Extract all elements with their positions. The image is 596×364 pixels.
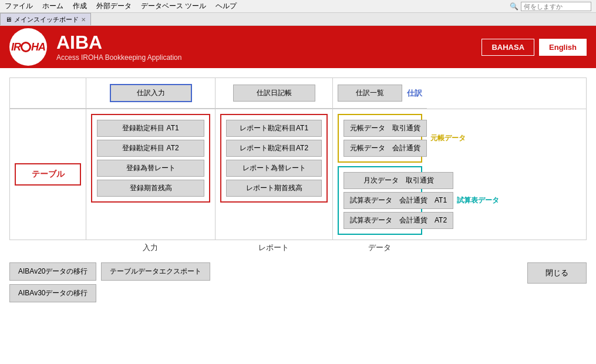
menu-create[interactable]: 作成	[73, 1, 87, 11]
main-tab[interactable]: 🖥 メインスイッチボード ✕	[0, 13, 91, 25]
shisan-kaikei-at1-button[interactable]: 試算表データ 会計通貨 AT1	[344, 192, 453, 209]
middle-row-grid: テーブル 登録勘定科目 AT1 登録勘定科目 AT2 登録為替レート 登録期首残…	[9, 109, 587, 240]
motcho-section-box: 元帳データ 取引通貨 元帳データ 会計通貨 元帳データ	[338, 114, 422, 163]
cell-shiwake-top: 仕訳一覧 仕訳	[333, 78, 427, 109]
cell-shiwake-nikki: 仕訳日記帳	[215, 78, 333, 109]
search-input[interactable]	[521, 2, 591, 11]
report-zanko-button[interactable]: レポート期首残高	[226, 180, 322, 197]
logo-circle: IR HA	[9, 28, 47, 66]
data-col: 元帳データ 取引通貨 元帳データ 会計通貨 元帳データ 月次データ 取引通貨 試…	[333, 109, 427, 240]
logo-ir: IR	[11, 41, 21, 53]
tab-icon: 🖥	[5, 16, 12, 23]
report-kamoku-at1-button[interactable]: レポート勘定科目AT1	[226, 120, 322, 137]
bottom-left-buttons: AIBAv20データの移行 テーブルデータエクスポート AIBAv30データの移…	[9, 262, 210, 302]
shisan-buttons: 月次データ 取引通貨 試算表データ 会計通貨 AT1 試算表データ 会計通貨 A…	[344, 172, 453, 229]
input-buttons-box: 登録勘定科目 AT1 登録勘定科目 AT2 登録為替レート 登録期首残高	[91, 114, 210, 203]
tabbar: 🖥 メインスイッチボード ✕	[0, 13, 596, 26]
register-kamoku-at2-button[interactable]: 登録勘定科目 AT2	[97, 140, 204, 157]
top-row-grid: 仕訳入力 仕訳日記帳 仕訳一覧 仕訳	[9, 77, 587, 109]
main-content: 仕訳入力 仕訳日記帳 仕訳一覧 仕訳 テーブル 登録勘定科目 AT1 登録勘定科…	[0, 68, 596, 364]
logo-o-circle	[21, 42, 31, 52]
menubar: ファイル ホーム 作成 外部データ データベース ツール ヘルプ 🔍	[0, 0, 596, 13]
menu-help[interactable]: ヘルプ	[215, 1, 237, 11]
search-icon: 🔍	[510, 2, 518, 11]
footer-label-data: データ	[332, 240, 426, 255]
motcho-buttons: 元帳データ 取引通貨 元帳データ 会計通貨	[344, 120, 427, 157]
header-buttons: BAHASA English	[481, 39, 587, 56]
header: IR HA AIBA Access IROHA Bookkeeping Appl…	[0, 26, 596, 68]
shiwake-nyuryoku-button[interactable]: 仕訳入力	[110, 84, 192, 102]
cell-shiwake-nyuryoku: 仕訳入力	[86, 78, 215, 109]
shisan-kaikei-at2-button[interactable]: 試算表データ 会計通貨 AT2	[344, 212, 453, 229]
shisan-section-box: 月次データ 取引通貨 試算表データ 会計通貨 AT1 試算表データ 会計通貨 A…	[338, 166, 422, 235]
shiwake-nikki-button[interactable]: 仕訳日記帳	[233, 85, 315, 102]
table-col: テーブル	[10, 109, 86, 240]
menu-file[interactable]: ファイル	[5, 1, 33, 11]
brand-area: AIBA Access IROHA Bookkeeping Applicatio…	[56, 32, 181, 61]
migrate-v30-button[interactable]: AIBAv30データの移行	[9, 284, 96, 302]
english-button[interactable]: English	[539, 39, 587, 56]
report-buttons-col: レポート勘定科目AT1 レポート勘定科目AT2 レポート為替レート レポート期首…	[215, 109, 333, 240]
footer-label-report: レポート	[215, 240, 332, 255]
footer-label-input: 入力	[86, 240, 215, 255]
motcho-torihiki-button[interactable]: 元帳データ 取引通貨	[344, 120, 427, 137]
footer-labels-row: 入力 レポート データ	[9, 240, 587, 255]
shiwake-label: 仕訳	[407, 88, 422, 99]
register-kamoku-at1-button[interactable]: 登録勘定科目 AT1	[97, 120, 204, 137]
tab-label: メインスイッチボード	[14, 15, 79, 24]
report-rate-button[interactable]: レポート為替レート	[226, 160, 322, 177]
brand-title: AIBA	[56, 32, 181, 53]
input-buttons-col: 登録勘定科目 AT1 登録勘定科目 AT2 登録為替レート 登録期首残高	[86, 109, 215, 240]
report-kamoku-at2-button[interactable]: レポート勘定科目AT2	[226, 140, 322, 157]
bottom-row2: AIBAv30データの移行	[9, 284, 210, 302]
menu-db-tools[interactable]: データベース ツール	[141, 1, 206, 11]
register-zanko-button[interactable]: 登録期首残高	[97, 180, 204, 197]
motcho-kaikei-button[interactable]: 元帳データ 会計通貨	[344, 140, 427, 157]
export-table-button[interactable]: テーブルデータエクスポート	[101, 262, 210, 281]
shisan-label: 試算表データ	[457, 196, 499, 205]
menu-home[interactable]: ホーム	[42, 1, 63, 11]
report-buttons-box: レポート勘定科目AT1 レポート勘定科目AT2 レポート為替レート レポート期首…	[220, 114, 328, 203]
register-rate-button[interactable]: 登録為替レート	[97, 160, 204, 177]
close-button[interactable]: 閉じる	[527, 262, 587, 284]
footer-label-empty	[9, 240, 86, 255]
logo-area: IR HA	[9, 28, 47, 66]
tab-close-icon[interactable]: ✕	[81, 16, 86, 23]
shisan-torihiki-button[interactable]: 月次データ 取引通貨	[344, 172, 453, 189]
table-label: テーブル	[32, 169, 65, 180]
brand-subtitle: Access IROHA Bookkeeping Application	[56, 53, 181, 62]
shiwake-ichiran-button[interactable]: 仕訳一覧	[338, 85, 402, 102]
motcho-label: 元帳データ	[430, 133, 466, 143]
bahasa-button[interactable]: BAHASA	[481, 39, 534, 56]
bottom-row1: AIBAv20データの移行 テーブルデータエクスポート	[9, 262, 210, 281]
migrate-v20-button[interactable]: AIBAv20データの移行	[9, 262, 96, 281]
cell-empty-top	[10, 78, 86, 109]
logo-ha: HA	[31, 41, 45, 53]
table-section-box: テーブル	[15, 163, 81, 186]
bottom-area: AIBAv20データの移行 テーブルデータエクスポート AIBAv30データの移…	[9, 262, 587, 302]
menu-external-data[interactable]: 外部データ	[96, 1, 132, 11]
search-area: 🔍	[510, 2, 591, 11]
